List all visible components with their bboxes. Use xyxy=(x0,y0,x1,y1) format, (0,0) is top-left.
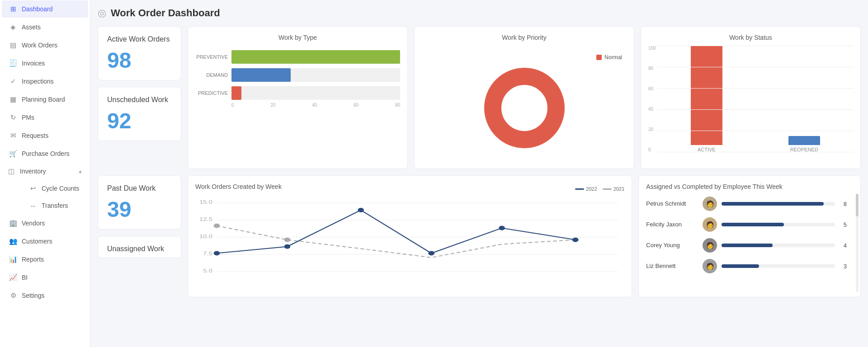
work-by-status-title: Work by Status xyxy=(648,34,853,41)
bi-icon: 📈 xyxy=(9,273,17,281)
page-title: Work Order Dashboard xyxy=(111,7,220,19)
unscheduled-work-card: Unscheduled Work 92 xyxy=(98,87,181,141)
purchase-orders-icon: 🛒 xyxy=(9,150,17,158)
main-content: ◎ Work Order Dashboard Active Work Order… xyxy=(90,0,868,347)
employee-count: 8 xyxy=(840,201,847,207)
unassigned-work-card: Unassigned Work xyxy=(98,236,181,258)
dashboard-icon: ⊞ xyxy=(9,5,17,13)
sidebar-item-reports[interactable]: 📊 Reports xyxy=(2,251,88,268)
legend-2022: 2022 xyxy=(575,186,597,192)
employee-count: 3 xyxy=(840,263,847,270)
sidebar-item-dashboard[interactable]: ⊞ Dashboard xyxy=(2,0,88,18)
sidebar-item-vendors[interactable]: 🏢 Vendors xyxy=(2,215,88,232)
customers-icon: 👥 xyxy=(9,237,17,245)
predictive-bar xyxy=(231,86,241,100)
sidebar-item-purchase-orders[interactable]: 🛒 Purchase Orders xyxy=(2,145,88,162)
sidebar-item-label: Requests xyxy=(22,132,48,139)
assigned-vs-completed-chart: Assigned vs Completed by Employee This W… xyxy=(638,175,861,297)
sidebar-item-label: PMs xyxy=(22,114,34,121)
sidebar-item-requests[interactable]: ✉ Requests xyxy=(2,127,88,144)
scrollbar-thumb[interactable] xyxy=(856,194,859,216)
work-orders-by-week-title: Work Orders Created by Week xyxy=(195,183,282,190)
x-axis: 020406080 xyxy=(195,100,400,108)
employee-name: Corey Young xyxy=(646,242,698,249)
sidebar-item-settings[interactable]: ⚙ Settings xyxy=(2,287,88,304)
svg-point-15 xyxy=(284,244,291,249)
pms-icon: ↻ xyxy=(9,113,17,122)
sidebar-item-label: Customers xyxy=(22,238,52,245)
sidebar-item-label: BI xyxy=(22,274,28,281)
legend-2021: 2021 xyxy=(603,186,624,192)
line-chart-legend: 2022 2021 xyxy=(575,186,624,192)
sidebar-item-assets[interactable]: ◈ Assets xyxy=(2,19,88,36)
sidebar-item-work-orders[interactable]: ▤ Work Orders xyxy=(2,37,88,54)
work-by-status-chart: Work by Status 100806040200 xyxy=(641,26,861,169)
employee-avatar: 🧑 xyxy=(703,197,717,211)
svg-point-1 xyxy=(507,91,542,125)
grid-lines xyxy=(658,46,853,152)
work-by-type-title: Work by Type xyxy=(195,34,400,41)
employee-name: Felicity Jaxon xyxy=(646,221,698,228)
donut-chart-svg xyxy=(481,65,567,151)
stat-column-bottom: Past Due Work 39 Unassigned Work xyxy=(98,175,181,297)
line-chart-svg: 15.0 12.5 10.0 7.5 5.0 xyxy=(195,197,624,288)
past-due-work-value: 39 xyxy=(107,197,172,222)
employee-list: Petrus Schmidt 🧑 8 Felicity Jaxon 🧑 5 xyxy=(646,197,853,273)
sidebar-item-label: Inspections xyxy=(22,78,54,85)
work-by-priority-title: Work by Priority xyxy=(422,34,627,41)
legend-label-2021: 2021 xyxy=(613,186,624,192)
employee-bar-fill xyxy=(722,202,824,206)
sidebar-item-pms[interactable]: ↻ PMs xyxy=(2,109,88,126)
employee-row: Liz Bennett 🧑 3 xyxy=(646,259,847,273)
unscheduled-work-label: Unscheduled Work xyxy=(107,95,172,105)
legend-line-2021 xyxy=(603,188,612,190)
bar-row-demand: DEMAND xyxy=(195,68,400,82)
sidebar-item-label: Purchase Orders xyxy=(22,150,70,157)
vendors-icon: 🏢 xyxy=(9,219,17,227)
invoices-icon: 🧾 xyxy=(9,59,17,67)
employee-bar-fill xyxy=(722,244,773,247)
sidebar-item-customers[interactable]: 👥 Customers xyxy=(2,233,88,250)
sidebar-item-label: Reports xyxy=(22,256,44,263)
sidebar-item-label: Work Orders xyxy=(22,42,57,49)
sidebar-item-cycle-counts[interactable]: ↩ Cycle Counts xyxy=(22,180,88,197)
sidebar-item-label: Settings xyxy=(22,292,45,299)
sidebar-item-label: Invoices xyxy=(22,60,45,67)
preventive-bar xyxy=(231,50,400,64)
employee-count: 5 xyxy=(840,221,847,228)
sidebar-item-inventory[interactable]: ◫ Inventory ▲ xyxy=(0,163,90,180)
active-work-orders-value: 98 xyxy=(107,48,172,73)
inventory-icon: ◫ xyxy=(7,167,15,175)
work-by-priority-chart: Work by Priority Normal xyxy=(414,26,634,169)
requests-icon: ✉ xyxy=(9,131,17,140)
employee-avatar: 🧑 xyxy=(703,259,717,273)
settings-icon: ⚙ xyxy=(9,291,17,300)
sidebar-item-invoices[interactable]: 🧾 Invoices xyxy=(2,55,88,72)
sidebar-item-label: Assets xyxy=(22,23,41,31)
svg-text:7.5: 7.5 xyxy=(203,251,212,257)
sidebar-item-planning-board[interactable]: ▦ Planning Board xyxy=(2,91,88,108)
bar-row-predictive: PREDICTIVE xyxy=(195,86,400,100)
svg-text:5.0: 5.0 xyxy=(203,268,212,274)
employee-row: Corey Young 🧑 4 xyxy=(646,238,847,253)
inventory-submenu: ↩ Cycle Counts ↔ Transfers xyxy=(0,180,90,214)
employee-avatar: 🧑 xyxy=(703,238,717,253)
work-by-type-chart: Work by Type PREVENTIVE DEMAND xyxy=(188,26,408,169)
sidebar-item-inspections[interactable]: ✓ Inspections xyxy=(2,73,88,90)
priority-legend: Normal xyxy=(596,54,622,61)
employee-bar-fill xyxy=(722,264,759,268)
cycle-counts-icon: ↩ xyxy=(29,184,37,192)
sidebar-item-label: Dashboard xyxy=(22,5,53,13)
scrollbar-track[interactable] xyxy=(856,194,859,292)
legend-line-2022 xyxy=(575,188,584,190)
employee-bar-track xyxy=(722,264,835,268)
normal-legend-dot xyxy=(596,55,602,60)
sidebar-item-bi[interactable]: 📈 BI xyxy=(2,269,88,286)
planning-board-icon: ▦ xyxy=(9,95,17,103)
svg-point-18 xyxy=(499,226,505,230)
unscheduled-work-value: 92 xyxy=(107,108,172,133)
demand-bar xyxy=(231,68,291,82)
employee-bar-fill xyxy=(722,223,784,226)
sidebar-item-label: Planning Board xyxy=(22,96,65,103)
sidebar-item-transfers[interactable]: ↔ Transfers xyxy=(22,197,88,214)
